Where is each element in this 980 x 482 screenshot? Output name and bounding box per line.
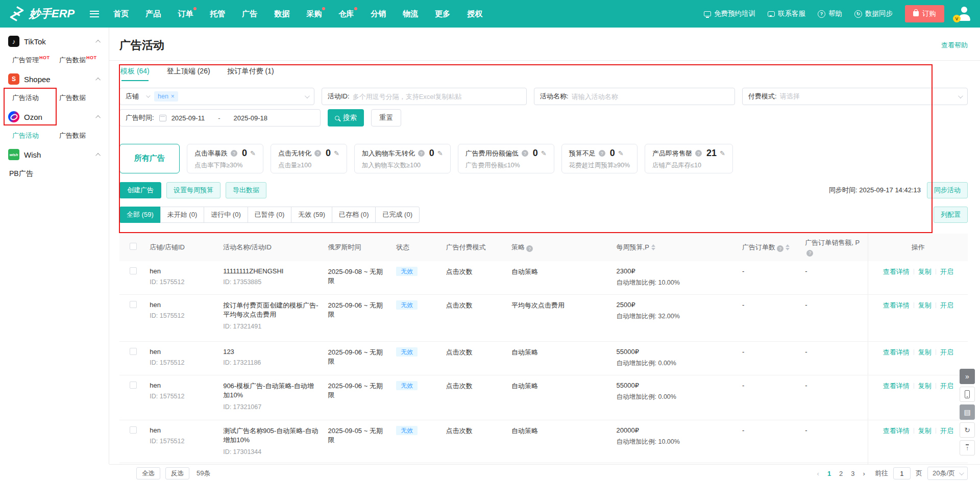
back-to-top-button[interactable]: ↑ <box>960 440 975 455</box>
page-button-3[interactable]: 3 <box>849 470 856 477</box>
jump-page-input[interactable] <box>893 467 911 479</box>
tab-2[interactable]: 登上顶端 (26) <box>167 67 210 81</box>
nav-item-10[interactable]: 物流 <box>403 9 418 19</box>
help-icon[interactable]: ? <box>777 245 783 252</box>
activity-id-input[interactable] <box>353 93 521 100</box>
help-icon[interactable]: ? <box>599 150 605 157</box>
nav-item-12[interactable]: 授权 <box>467 9 482 19</box>
help-icon[interactable]: ? <box>231 150 237 157</box>
nav-item-4[interactable]: 托管 <box>210 9 225 19</box>
status-tab-6[interactable]: 已存档 (0) <box>332 207 376 223</box>
edit-icon[interactable]: ✎ <box>618 149 624 157</box>
topbar-link-sync[interactable]: ↻数据同步 <box>854 9 893 18</box>
invert-selection-button[interactable]: 反选 <box>165 467 189 479</box>
action-link-复制[interactable]: 复制 <box>918 382 932 390</box>
row-checkbox[interactable] <box>130 348 137 355</box>
activity-name-input[interactable] <box>572 93 729 100</box>
page-button-1[interactable]: 1 <box>826 470 832 477</box>
sync-campaigns-button[interactable]: 同步活动 <box>927 182 968 198</box>
action-link-开启[interactable]: 开启 <box>940 382 953 390</box>
sidebar-item-广告数据[interactable]: 广告数据HOT <box>59 56 106 65</box>
close-icon[interactable]: × <box>171 93 175 99</box>
shop-filter-select[interactable]: 店铺 hen × <box>119 88 314 105</box>
row-checkbox[interactable] <box>130 301 137 308</box>
edit-icon[interactable]: ✎ <box>334 149 339 157</box>
nav-item-9[interactable]: 分销 <box>371 9 386 19</box>
topbar-link-help[interactable]: ?帮助 <box>818 9 842 18</box>
sidebar-section-wish[interactable]: wishWish <box>0 145 109 164</box>
expand-button[interactable]: » <box>960 369 975 384</box>
reset-button[interactable]: 重置 <box>371 109 401 126</box>
shop-tag[interactable]: hen × <box>154 91 178 102</box>
edit-icon[interactable]: ✎ <box>541 149 547 157</box>
page-button-2[interactable]: 2 <box>838 470 844 477</box>
sidebar-section-tiktok[interactable]: ♪TikTok <box>0 32 109 51</box>
nav-item-7[interactable]: 采购 <box>306 9 322 19</box>
status-tab-4[interactable]: 已暂停 (0) <box>248 207 292 223</box>
action-link-复制[interactable]: 复制 <box>918 301 932 309</box>
sort-icon[interactable] <box>786 244 790 250</box>
help-icon[interactable]: ? <box>522 150 528 157</box>
action-link-开启[interactable]: 开启 <box>940 348 953 356</box>
refresh-button[interactable]: ↻ <box>960 422 975 438</box>
phone-button[interactable] <box>960 387 975 402</box>
sidebar-item-广告活动[interactable]: 广告活动 <box>12 131 59 140</box>
help-link[interactable]: 查看帮助 <box>941 41 968 50</box>
nav-item-3[interactable]: 订单 <box>178 9 193 19</box>
sidebar-item-PB广告[interactable]: PB广告 <box>0 164 109 184</box>
tab-1[interactable]: 模板 (64) <box>120 67 150 81</box>
edit-icon[interactable]: ✎ <box>720 149 725 157</box>
status-tab-7[interactable]: 已完成 (0) <box>375 207 420 223</box>
toolbar-button-设置每周预算[interactable]: 设置每周预算 <box>166 182 220 198</box>
start-date[interactable]: 2025-09-11 <box>172 114 205 122</box>
nav-item-5[interactable]: 广告 <box>242 9 257 19</box>
action-link-开启[interactable]: 开启 <box>940 268 953 275</box>
feedback-button[interactable]: ▤ <box>960 404 975 420</box>
nav-item-1[interactable]: 首页 <box>113 9 129 19</box>
sidebar-item-广告活动[interactable]: 广告活动 <box>12 93 59 103</box>
topbar-link-chat[interactable]: 联系客服 <box>768 9 805 18</box>
sidebar-section-ozon[interactable]: Ozon <box>0 107 109 126</box>
help-icon[interactable]: ? <box>695 150 702 157</box>
hamburger-icon[interactable] <box>90 11 99 17</box>
select-all-checkbox[interactable] <box>130 243 137 250</box>
row-checkbox[interactable] <box>130 426 137 434</box>
status-tab-2[interactable]: 未开始 (0) <box>160 207 205 223</box>
status-tab-5[interactable]: 无效 (59) <box>291 207 332 223</box>
search-button[interactable]: 搜索 <box>328 109 364 126</box>
edit-icon[interactable]: ✎ <box>250 149 256 157</box>
nav-item-2[interactable]: 产品 <box>145 9 161 19</box>
row-checkbox[interactable] <box>130 267 137 274</box>
action-link-查看详情[interactable]: 查看详情 <box>883 382 910 390</box>
order-button[interactable]: 订购 <box>905 5 944 22</box>
status-tab-1[interactable]: 全部 (59) <box>119 207 161 223</box>
nav-item-6[interactable]: 数据 <box>274 9 289 19</box>
help-icon[interactable]: ? <box>806 250 813 257</box>
stat-card-all-ads[interactable]: 所有广告 <box>119 144 180 173</box>
topbar-link-training[interactable]: 免费预约培训 <box>704 9 755 18</box>
row-checkbox[interactable] <box>130 382 137 389</box>
action-link-开启[interactable]: 开启 <box>940 427 953 435</box>
status-tab-3[interactable]: 进行中 (0) <box>204 207 248 223</box>
action-link-查看详情[interactable]: 查看详情 <box>883 427 910 435</box>
edit-icon[interactable]: ✎ <box>437 149 443 157</box>
toolbar-button-导出数据[interactable]: 导出数据 <box>226 182 266 198</box>
sidebar-item-广告数据[interactable]: 广告数据 <box>59 93 106 103</box>
action-link-查看详情[interactable]: 查看详情 <box>883 348 910 356</box>
avatar[interactable]: V <box>957 6 972 21</box>
ad-time-range-picker[interactable]: 广告时间: 2025-09-11 - 2025-09-18 <box>119 109 321 126</box>
action-link-复制[interactable]: 复制 <box>918 268 932 275</box>
action-link-复制[interactable]: 复制 <box>918 348 932 356</box>
action-link-查看详情[interactable]: 查看详情 <box>883 301 910 309</box>
page-size-select[interactable]: 20条/页 <box>927 467 968 480</box>
nav-item-11[interactable]: 更多 <box>435 9 450 19</box>
action-link-开启[interactable]: 开启 <box>940 301 953 309</box>
sort-icon[interactable] <box>651 244 655 250</box>
select-all-button[interactable]: 全选 <box>136 467 160 479</box>
nav-item-8[interactable]: 仓库 <box>338 9 354 19</box>
sidebar-item-广告管理[interactable]: 广告管理HOT <box>12 56 59 65</box>
help-icon[interactable]: ? <box>418 150 425 157</box>
action-link-查看详情[interactable]: 查看详情 <box>883 268 910 275</box>
end-date[interactable]: 2025-09-18 <box>234 114 268 122</box>
action-link-复制[interactable]: 复制 <box>918 427 932 435</box>
